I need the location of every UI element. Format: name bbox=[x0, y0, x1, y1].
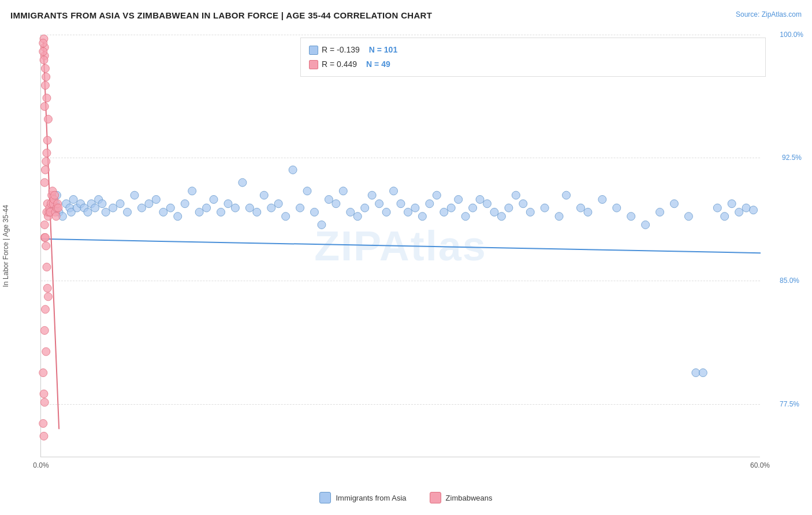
svg-point-82 bbox=[577, 204, 585, 212]
svg-point-41 bbox=[260, 191, 268, 199]
svg-point-87 bbox=[642, 221, 650, 229]
svg-point-89 bbox=[670, 200, 678, 208]
y-tick-100: 100.0% bbox=[780, 31, 803, 39]
svg-point-48 bbox=[310, 208, 318, 216]
svg-point-75 bbox=[505, 204, 513, 212]
svg-point-92 bbox=[699, 369, 707, 377]
svg-point-94 bbox=[721, 212, 729, 221]
svg-point-147 bbox=[40, 102, 49, 110]
svg-point-86 bbox=[627, 212, 635, 221]
svg-point-10 bbox=[69, 195, 77, 203]
stat-indicator-blue bbox=[309, 46, 318, 55]
svg-point-98 bbox=[750, 206, 758, 214]
svg-point-39 bbox=[245, 204, 254, 212]
svg-point-136 bbox=[44, 115, 52, 123]
svg-point-73 bbox=[490, 208, 498, 216]
svg-point-26 bbox=[152, 195, 160, 203]
svg-point-64 bbox=[426, 200, 434, 208]
svg-point-35 bbox=[217, 208, 225, 216]
svg-point-42 bbox=[267, 204, 275, 212]
legend-label-blue: Immigrants from Asia bbox=[336, 494, 406, 502]
stat-indicator-pink bbox=[309, 60, 318, 69]
svg-point-80 bbox=[555, 212, 563, 221]
svg-point-34 bbox=[210, 195, 218, 203]
svg-point-122 bbox=[39, 369, 47, 377]
stat-n-blue: N = 101 bbox=[369, 43, 397, 57]
svg-point-119 bbox=[40, 326, 49, 334]
svg-point-71 bbox=[476, 195, 484, 203]
svg-point-137 bbox=[43, 94, 51, 102]
svg-point-58 bbox=[382, 208, 390, 216]
svg-point-134 bbox=[43, 149, 51, 157]
svg-point-74 bbox=[497, 212, 505, 221]
svg-point-18 bbox=[98, 200, 106, 208]
chart-container: IMMIGRANTS FROM ASIA VS ZIMBABWEAN IN LA… bbox=[0, 0, 812, 515]
svg-point-145 bbox=[40, 56, 48, 64]
svg-point-32 bbox=[195, 208, 203, 216]
svg-point-66 bbox=[440, 208, 448, 216]
svg-point-16 bbox=[91, 204, 99, 212]
legend-color-pink bbox=[430, 492, 441, 503]
svg-point-24 bbox=[137, 204, 146, 212]
x-tick-0: 0.0% bbox=[33, 461, 49, 469]
stats-box: R = -0.139 N = 101 R = 0.449 N = 49 bbox=[300, 38, 766, 77]
svg-point-132 bbox=[41, 166, 49, 174]
legend-item-blue: Immigrants from Asia bbox=[319, 492, 406, 503]
svg-point-27 bbox=[159, 208, 167, 216]
svg-point-70 bbox=[469, 204, 477, 212]
svg-point-91 bbox=[692, 369, 700, 377]
svg-point-78 bbox=[526, 208, 534, 216]
stat-r-blue: R = -0.139 bbox=[322, 43, 360, 57]
chart-title: IMMIGRANTS FROM ASIA VS ZIMBABWEAN IN LA… bbox=[10, 10, 432, 20]
svg-point-69 bbox=[461, 212, 470, 221]
legend-color-blue bbox=[319, 492, 331, 503]
svg-point-61 bbox=[404, 208, 412, 216]
svg-point-50 bbox=[325, 195, 333, 203]
stat-row-blue: R = -0.139 N = 101 bbox=[309, 43, 757, 57]
svg-point-23 bbox=[131, 191, 139, 199]
svg-point-96 bbox=[735, 208, 743, 216]
svg-point-126 bbox=[40, 432, 48, 440]
svg-point-84 bbox=[598, 195, 606, 203]
scatter-plot bbox=[41, 35, 760, 457]
svg-point-131 bbox=[40, 178, 49, 186]
svg-point-88 bbox=[656, 208, 664, 216]
svg-point-115 bbox=[52, 212, 60, 221]
source-label: Source: ZipAtlas.com bbox=[736, 10, 802, 18]
svg-point-130 bbox=[44, 293, 52, 301]
svg-point-22 bbox=[124, 208, 132, 216]
x-tick-60: 60.0% bbox=[750, 461, 770, 469]
legend: Immigrants from Asia Zimbabweans bbox=[0, 492, 812, 503]
svg-point-77 bbox=[519, 200, 527, 208]
svg-point-14 bbox=[84, 208, 92, 216]
svg-point-43 bbox=[274, 200, 282, 208]
svg-point-97 bbox=[742, 204, 750, 212]
svg-point-83 bbox=[584, 208, 592, 216]
svg-point-33 bbox=[203, 204, 211, 212]
svg-point-55 bbox=[361, 204, 369, 212]
svg-point-57 bbox=[375, 200, 383, 208]
stat-n-pink: N = 49 bbox=[366, 57, 390, 72]
svg-point-133 bbox=[42, 158, 50, 166]
svg-point-118 bbox=[54, 204, 62, 212]
svg-point-25 bbox=[145, 200, 153, 208]
svg-point-85 bbox=[613, 204, 621, 212]
svg-point-59 bbox=[390, 187, 398, 195]
svg-point-49 bbox=[318, 221, 326, 229]
svg-point-40 bbox=[253, 208, 261, 216]
svg-point-95 bbox=[728, 200, 736, 208]
svg-point-62 bbox=[411, 204, 419, 212]
stat-row-pink: R = 0.449 N = 49 bbox=[309, 57, 757, 72]
svg-point-54 bbox=[353, 212, 362, 221]
svg-point-51 bbox=[332, 200, 340, 208]
svg-point-65 bbox=[433, 191, 441, 199]
svg-point-63 bbox=[418, 212, 426, 221]
svg-point-56 bbox=[368, 191, 376, 199]
y-axis-label: In Labor Force | Age 35-44 bbox=[0, 35, 12, 457]
svg-point-19 bbox=[102, 208, 110, 216]
svg-point-53 bbox=[347, 208, 355, 216]
svg-point-90 bbox=[684, 212, 692, 221]
chart-area: ZIPAtlas 100.0% 92.5% 85.0% 77.5% 0.0% 6… bbox=[40, 35, 760, 457]
svg-point-20 bbox=[109, 204, 117, 212]
svg-point-30 bbox=[181, 200, 189, 208]
